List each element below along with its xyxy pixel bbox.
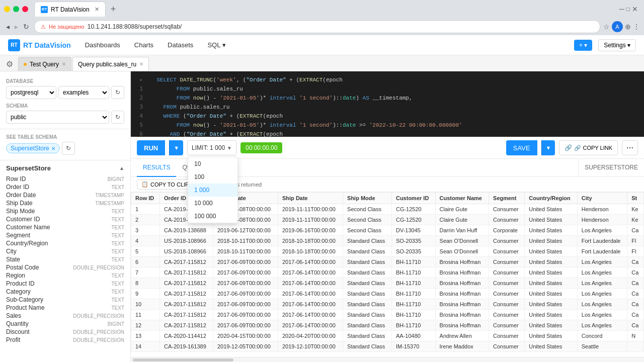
field-item: Sub-CategoryTEXT: [6, 296, 124, 304]
more-options-btn[interactable]: ⋯: [622, 140, 638, 155]
field-type: TEXT: [111, 297, 124, 303]
table-cell: Consumer: [489, 267, 525, 278]
copy-link-icon: 🔗: [565, 144, 572, 151]
run-btn[interactable]: RUN: [137, 140, 165, 155]
editor-content[interactable]: SELECT DATE_TRUNC('week', ("Order Date" …: [146, 71, 644, 137]
tab-results[interactable]: RESULTS: [137, 159, 176, 177]
forward-btn[interactable]: ▸: [13, 22, 20, 32]
store-header[interactable]: SupersetStore ▲: [6, 161, 124, 175]
profile-icon[interactable]: A: [612, 21, 623, 32]
table-cell: Sean O'Donnell: [435, 246, 489, 257]
horizontal-scrollbar[interactable]: [131, 357, 644, 362]
field-item: DiscountDOUBLE_PRECISION: [6, 328, 124, 336]
reload-btn[interactable]: ↻: [21, 22, 31, 32]
schema-refresh-btn[interactable]: ↻: [111, 111, 124, 124]
table-row: 3CA-2019-1386882019-06-12T00:00:002019-0…: [131, 225, 644, 236]
table-cell: Standard Class: [343, 236, 392, 246]
limit-option-1000[interactable]: 1 000: [188, 184, 237, 197]
run-dropdown-btn[interactable]: ▼: [169, 140, 183, 155]
active-tab-label: RT DataVision: [51, 6, 90, 13]
table-cell: 13: [131, 331, 160, 341]
back-btn[interactable]: ◂: [4, 22, 12, 32]
table-cell: Fort Lauderdale: [577, 246, 627, 257]
browser-maximize-icon[interactable]: □: [626, 6, 630, 13]
field-list: Row IDBIGINTOrder IDTEXTOrder DateTIMEST…: [6, 175, 124, 344]
query-tab-2[interactable]: Query public.sales_ru ✕: [72, 57, 149, 71]
nav-datasets[interactable]: Datasets: [162, 35, 199, 55]
field-type: TEXT: [111, 217, 124, 222]
query-tab-1[interactable]: Test Query ✕: [18, 57, 71, 71]
tab1-close-icon[interactable]: ✕: [62, 61, 66, 67]
nav-charts[interactable]: Charts: [128, 35, 159, 55]
tab-favicon: RT: [41, 6, 48, 13]
copy-link-btn[interactable]: 🔗 🔗 COPY LINK: [559, 140, 618, 155]
field-type: TEXT: [111, 281, 124, 287]
extensions-icon[interactable]: ⊕: [625, 23, 631, 31]
content-area: ▸12345678910 SELECT DATE_TRUNC('week', (…: [131, 71, 644, 362]
browser-minimize-icon[interactable]: ─: [619, 5, 624, 13]
table-cell: Los Angeles: [577, 225, 627, 236]
add-btn[interactable]: + ▾: [574, 40, 592, 51]
schema-db-select[interactable]: examples: [58, 86, 109, 99]
table-cell: Claire Gute: [435, 204, 489, 215]
logo-text: RT DataVision: [23, 41, 71, 49]
browser-close-icon[interactable]: ✕: [632, 5, 638, 13]
table-cell: AA-10480: [391, 331, 435, 341]
field-name: Profit: [6, 336, 20, 343]
tab2-close-icon[interactable]: ✕: [139, 61, 143, 67]
table-row: 13CA-2020-1144122020-04-15T00:00:002020-…: [131, 331, 644, 341]
limit-option-10[interactable]: 10: [188, 157, 237, 170]
field-type: TEXT: [111, 209, 124, 214]
field-item: CityTEXT: [6, 247, 124, 255]
table-tag-close[interactable]: ✕: [51, 146, 55, 151]
schema-select[interactable]: public: [6, 111, 109, 124]
table-cell: Consumer: [489, 289, 525, 299]
table-cell: SO-20335: [391, 236, 435, 246]
limit-dropdown[interactable]: 10 100 1 000 10 000 100 000: [188, 157, 238, 223]
table-cell: 2017-06-14T00:00:00: [278, 278, 343, 289]
field-type: TEXT: [111, 273, 124, 279]
nav-sql[interactable]: SQL ▾: [201, 35, 231, 55]
bookmark-icon[interactable]: ☆: [603, 23, 610, 31]
tab-dataset[interactable]: SUPERSETSTORE: [578, 159, 644, 177]
table-cell: Darrin Van Huff: [435, 225, 489, 236]
browser-tab-active[interactable]: RT RT DataVision ✕: [34, 2, 106, 17]
field-type: TEXT: [111, 185, 124, 190]
db-label: DATABASE: [6, 78, 124, 84]
nav-dashboards[interactable]: Dashboards: [79, 35, 126, 55]
table-cell: 12: [131, 320, 160, 331]
limit-option-100000[interactable]: 100 000: [188, 210, 237, 223]
field-name: Order ID: [6, 184, 29, 191]
field-type: TEXT: [111, 289, 124, 295]
settings-btn[interactable]: Settings ▾: [598, 39, 636, 51]
field-type: DOUBLE_PRECISION: [73, 329, 124, 335]
menu-icon[interactable]: ⋮: [633, 23, 640, 31]
field-item: StateTEXT: [6, 255, 124, 263]
sqllab-gear-btn[interactable]: ⚙: [4, 57, 15, 71]
window-minimize-btn[interactable]: [4, 6, 10, 12]
column-header: Customer Name: [435, 193, 489, 204]
table-cell: 2018-10-18T00:00:00: [278, 246, 343, 257]
db-refresh-btn[interactable]: ↻: [111, 86, 124, 99]
table-row: 7CA-2017-1158122017-06-09T00:00:002017-0…: [131, 267, 644, 278]
column-header: Ship Date: [278, 193, 343, 204]
copy-link-label: 🔗 COPY LINK: [574, 145, 612, 151]
limit-selector[interactable]: LIMIT: 1 000 ▼ 10 100 1 000 10 000 100 0…: [187, 140, 236, 155]
new-tab-btn[interactable]: +: [108, 4, 119, 15]
table-row: 8CA-2017-1158122017-06-09T00:00:002017-0…: [131, 278, 644, 289]
tab-close-icon[interactable]: ✕: [95, 6, 99, 13]
store-section: SupersetStore ▲ Row IDBIGINTOrder IDTEXT…: [0, 161, 130, 344]
limit-option-10000[interactable]: 10 000: [188, 197, 237, 210]
limit-option-100[interactable]: 100: [188, 170, 237, 184]
field-type: TEXT: [111, 241, 124, 246]
table-refresh-btn[interactable]: ↻: [62, 142, 75, 155]
window-close-btn[interactable]: [22, 6, 28, 12]
save-dropdown-btn[interactable]: ▼: [541, 140, 555, 155]
db-select[interactable]: postgresql: [6, 86, 56, 99]
table-cell: Consumer: [489, 204, 525, 215]
scrollbar-thumb[interactable]: [133, 358, 233, 361]
window-maximize-btn[interactable]: [13, 6, 19, 12]
save-btn[interactable]: SAVE: [506, 140, 537, 155]
address-input[interactable]: ⚠ Не защищено 10.1.241.188:8088/superset…: [34, 20, 600, 33]
field-item: Order IDTEXT: [6, 183, 124, 191]
